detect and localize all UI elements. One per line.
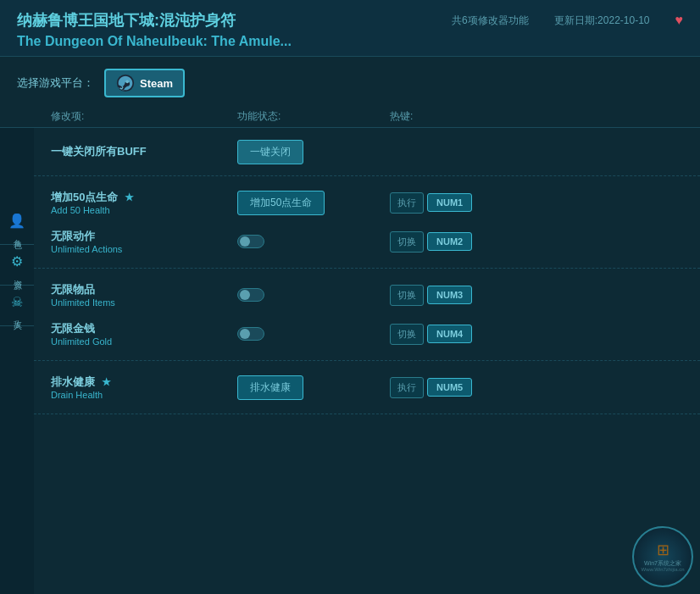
steam-label: Steam: [140, 77, 173, 90]
svg-point-1: [125, 80, 129, 83]
items-row: 无限物品 Unlimited Items 切换 NUM3: [51, 275, 683, 314]
gold-toggle[interactable]: [237, 327, 264, 341]
actions-row: 无限动作 Unlimited Actions 切换 NUM2: [51, 222, 683, 261]
gold-toggle-knob: [240, 329, 250, 339]
platform-row: 选择游戏平台： Steam: [0, 57, 700, 106]
actions-hotkey-key: NUM2: [427, 232, 472, 251]
header-meta: 共6项修改器功能 更新日期:2022-10-10 ♥: [452, 13, 683, 28]
health-mod-name: 增加50点生命 ★ Add 50 Health: [51, 190, 237, 215]
health-hotkey-prefix: 执行: [390, 192, 424, 214]
actions-hotkey-prefix: 切换: [390, 231, 424, 253]
items-name-en: Unlimited Items: [51, 297, 237, 308]
actions-toggle[interactable]: [237, 235, 264, 248]
drain-hotkey-key: NUM5: [427, 378, 472, 397]
buff-mod-name: 一键关闭所有BUFF: [51, 144, 237, 159]
items-status: [237, 288, 390, 302]
health-name-cn: 增加50点生命 ★: [51, 190, 237, 205]
enemy-section: 排水健康 ★ Drain Health 排水健康 执行 NUM5: [34, 361, 700, 414]
game-title-en: The Dungeon Of Naheulbeuk: The Amule...: [17, 34, 683, 49]
items-hotkey-prefix: 切换: [390, 285, 424, 306]
columns-header: 修改项: 功能状态: 热键:: [0, 106, 700, 128]
character-icon: 👤: [8, 213, 25, 229]
gold-name-cn: 无限金钱: [51, 321, 237, 336]
heart-icon[interactable]: ♥: [675, 13, 684, 28]
drain-star-icon: ★: [102, 376, 111, 388]
sidebar-character-label: 角色: [11, 232, 23, 236]
items-name-cn: 无限物品: [51, 282, 237, 297]
watermark: ⊞ Win7系统之家 Www.Win7zhijia.cn: [632, 526, 693, 587]
drain-row: 排水健康 ★ Drain Health 排水健康 执行 NUM5: [51, 368, 683, 407]
sidebar-section-enemy: ☠ 敌人: [0, 286, 34, 326]
col-mod-label: 修改项:: [51, 109, 237, 124]
health-hotkey: 执行 NUM1: [390, 192, 683, 214]
drain-action-button[interactable]: 排水健康: [237, 375, 303, 400]
meta-date: 更新日期:2022-10-10: [554, 14, 650, 28]
drain-hotkey: 执行 NUM5: [390, 377, 683, 398]
sidebar-section-character: 👤 角色: [0, 204, 34, 245]
sidebar-resources-label: 资源: [11, 273, 23, 276]
actions-hotkey: 切换 NUM2: [390, 231, 683, 253]
col-status-label: 功能状态:: [237, 109, 390, 124]
gold-hotkey-prefix: 切换: [390, 324, 424, 345]
gold-mod-name: 无限金钱 Unlimited Gold: [51, 321, 237, 347]
watermark-text-top: Win7系统之家: [644, 559, 681, 567]
platform-label: 选择游戏平台：: [17, 75, 94, 91]
gold-hotkey-key: NUM4: [427, 325, 472, 343]
actions-name-cn: 无限动作: [51, 229, 237, 244]
gold-hotkey: 切换 NUM4: [390, 324, 683, 345]
drain-name-cn: 排水健康 ★: [51, 375, 237, 390]
items-toggle[interactable]: [237, 288, 264, 302]
gold-name-en: Unlimited Gold: [51, 336, 237, 347]
buff-row: 一键关闭所有BUFF 一键关闭: [51, 133, 683, 170]
character-section: 增加50点生命 ★ Add 50 Health 增加50点生命 执行 NUM1 …: [34, 176, 700, 269]
health-hotkey-key: NUM1: [427, 193, 472, 212]
actions-toggle-knob: [240, 236, 250, 247]
actions-name-en: Unlimited Actions: [51, 244, 237, 254]
content-area: 一键关闭所有BUFF 一键关闭 增加50点生命 ★ Add 50 Health: [34, 128, 700, 594]
watermark-text-bottom: Www.Win7zhijia.cn: [641, 567, 684, 574]
watermark-windows-icon: ⊞: [657, 541, 669, 559]
drain-status: 排水健康: [237, 375, 390, 400]
game-title-cn: 纳赫鲁博王国地下城:混沌护身符: [17, 10, 236, 31]
col-hotkey-label: 热键:: [390, 109, 683, 124]
items-mod-name: 无限物品 Unlimited Items: [51, 282, 237, 308]
enemy-icon: ☠: [11, 294, 23, 310]
health-row: 增加50点生命 ★ Add 50 Health 增加50点生命 执行 NUM1: [51, 183, 683, 222]
items-toggle-knob: [240, 290, 250, 300]
buff-close-button[interactable]: 一键关闭: [237, 140, 303, 164]
main-area: 👤 角色 ⚙ 资源 ☠ 敌人 一键关闭所有BUFF 一: [0, 128, 700, 594]
gold-row: 无限金钱 Unlimited Gold 切换 NUM4: [51, 314, 683, 353]
gold-status: [237, 327, 390, 341]
header: 纳赫鲁博王国地下城:混沌护身符 共6项修改器功能 更新日期:2022-10-10…: [0, 0, 700, 57]
items-hotkey-key: NUM3: [427, 286, 472, 304]
buff-status: 一键关闭: [237, 140, 390, 164]
actions-status: [237, 235, 390, 248]
app-container: 纳赫鲁博王国地下城:混沌护身符 共6项修改器功能 更新日期:2022-10-10…: [0, 0, 700, 594]
health-star-icon: ★: [125, 192, 134, 203]
health-action-button[interactable]: 增加50点生命: [237, 191, 325, 215]
items-hotkey: 切换 NUM3: [390, 285, 683, 306]
drain-name-en: Drain Health: [51, 390, 237, 400]
health-status: 增加50点生命: [237, 191, 390, 215]
sidebar-enemy-label: 敌人: [11, 314, 23, 317]
sidebar: 👤 角色 ⚙ 资源 ☠ 敌人: [0, 128, 34, 594]
buff-section: 一键关闭所有BUFF 一键关闭: [34, 128, 700, 176]
resources-icon: ⚙: [11, 253, 23, 269]
sidebar-section-resources: ⚙ 资源: [0, 245, 34, 286]
drain-hotkey-prefix: 执行: [390, 377, 424, 398]
steam-logo-icon: [116, 74, 135, 92]
steam-button[interactable]: Steam: [104, 69, 185, 97]
meta-count: 共6项修改器功能: [452, 14, 529, 28]
actions-mod-name: 无限动作 Unlimited Actions: [51, 229, 237, 254]
health-name-en: Add 50 Health: [51, 205, 237, 215]
resources-section: 无限物品 Unlimited Items 切换 NUM3: [34, 269, 700, 361]
drain-mod-name: 排水健康 ★ Drain Health: [51, 375, 237, 400]
buff-name-cn: 一键关闭所有BUFF: [51, 144, 237, 159]
